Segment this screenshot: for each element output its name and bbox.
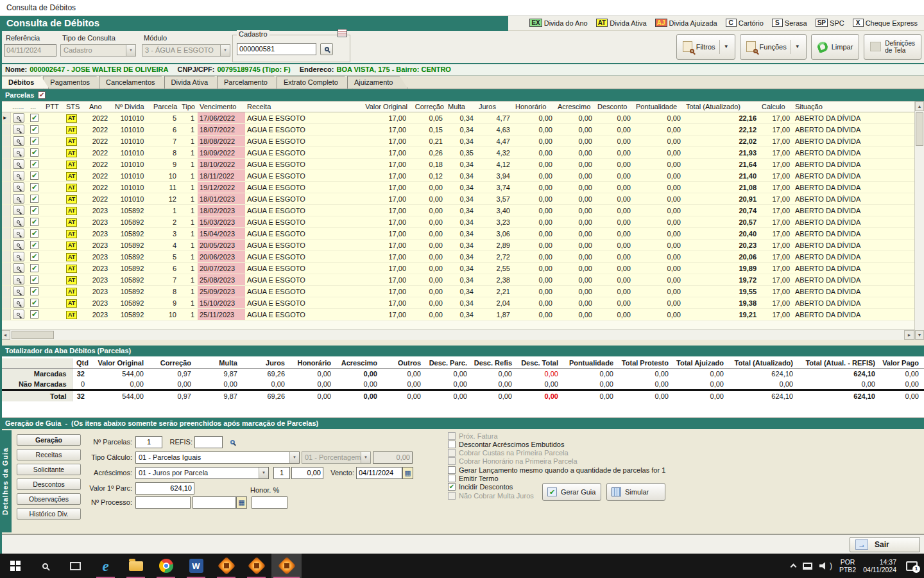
tipo-calculo-select[interactable]: 01 - Parcelas Iguais▼ <box>135 451 300 464</box>
parcelas-checkbox[interactable]: ✔ <box>38 91 46 99</box>
taskbar-chrome[interactable] <box>151 554 181 578</box>
taskbar-ie[interactable]: e <box>90 554 121 578</box>
geracao-button-hist-rico-div-[interactable]: Histórico Div. <box>17 508 81 520</box>
tab-cancelamentos[interactable]: Cancelamentos <box>99 76 169 89</box>
row-detail-button[interactable] <box>13 125 24 134</box>
taskbar-app-active[interactable] <box>271 554 302 578</box>
refis-search-button[interactable] <box>226 436 239 448</box>
processo-input-2[interactable] <box>193 496 236 509</box>
row-checkbox[interactable]: ✔ <box>30 148 38 157</box>
filtros-button[interactable]: Filtros ▼ <box>676 34 735 60</box>
row-checkbox[interactable]: ✔ <box>30 299 38 307</box>
acrescimos-num-input[interactable] <box>291 467 323 479</box>
refis-input[interactable] <box>194 436 223 448</box>
row-detail-button[interactable] <box>13 229 24 238</box>
checkbox[interactable] <box>448 466 456 474</box>
row-checkbox[interactable]: ✔ <box>30 114 38 122</box>
network-icon[interactable] <box>803 563 812 570</box>
row-detail-button[interactable] <box>13 136 24 146</box>
row-detail-button[interactable] <box>13 194 24 204</box>
row-checkbox[interactable]: ✔ <box>30 137 38 145</box>
checkbox[interactable] <box>448 492 456 500</box>
checkbox[interactable]: ✔ <box>448 483 456 491</box>
list-icon[interactable] <box>338 29 347 37</box>
row-detail-button[interactable] <box>13 252 24 261</box>
scroll-up-button[interactable]: ▲ <box>915 101 924 111</box>
referencia-input[interactable] <box>4 44 56 57</box>
row-detail-button[interactable] <box>13 171 24 180</box>
cadastro-input[interactable] <box>237 43 316 55</box>
tab-pagamentos[interactable]: Pagamentos <box>43 76 105 89</box>
checkbox[interactable] <box>448 441 456 448</box>
simular-button[interactable]: Simular <box>606 483 665 501</box>
sair-button[interactable]: → Sair <box>850 537 920 552</box>
row-detail-button[interactable] <box>13 263 24 273</box>
taskbar-search-button[interactable] <box>30 554 60 578</box>
geracao-button-gera-o[interactable]: Geração <box>17 434 81 446</box>
row-detail-button[interactable] <box>13 148 24 157</box>
row-checkbox[interactable]: ✔ <box>30 125 38 134</box>
cadastro-search-button[interactable] <box>320 43 333 55</box>
row-detail-button[interactable] <box>13 286 24 296</box>
horizontal-scrollbar[interactable]: ◄ ► <box>0 329 914 340</box>
valor-primeira-parcela-input[interactable] <box>135 482 194 495</box>
language-indicator[interactable]: PORPTB2 <box>839 558 856 574</box>
row-checkbox[interactable]: ✔ <box>30 195 38 203</box>
taskbar-app-2[interactable] <box>241 554 271 578</box>
row-checkbox[interactable]: ✔ <box>30 160 38 168</box>
row-detail-button[interactable] <box>13 159 24 169</box>
calendar-icon[interactable]: ▦ <box>402 467 413 479</box>
vertical-scroll-thumb[interactable] <box>916 112 923 146</box>
taskbar-app-1[interactable] <box>211 554 241 578</box>
tab-parcelamento[interactable]: Parcelamento <box>217 76 282 89</box>
row-checkbox[interactable]: ✔ <box>30 241 38 249</box>
row-checkbox[interactable]: ✔ <box>30 218 38 226</box>
geracao-button-receitas[interactable]: Receitas <box>17 449 81 460</box>
row-checkbox[interactable]: ✔ <box>30 229 38 238</box>
start-button[interactable] <box>0 554 30 578</box>
row-detail-button[interactable] <box>13 113 24 123</box>
taskbar-file-explorer[interactable] <box>121 554 151 578</box>
horizontal-scroll-thumb[interactable] <box>12 331 54 339</box>
acrescimos-n-input[interactable] <box>273 467 290 479</box>
checkbox[interactable] <box>448 457 456 465</box>
row-checkbox[interactable]: ✔ <box>30 171 38 180</box>
tab-extrato-completo[interactable]: Extrato Completo <box>277 76 353 89</box>
geracao-button-observa-es[interactable]: Observações <box>17 493 81 505</box>
calendar-icon[interactable]: ▦ <box>236 496 247 509</box>
definicoes-tela-button[interactable]: Definiçõesde Tela <box>864 34 921 60</box>
tray-expand-icon[interactable] <box>791 564 797 570</box>
checkbox[interactable] <box>448 475 456 482</box>
checkbox[interactable] <box>448 449 456 457</box>
row-checkbox[interactable]: ✔ <box>30 287 38 295</box>
row-checkbox[interactable]: ✔ <box>30 206 38 215</box>
limpar-button[interactable]: Limpar <box>811 34 860 60</box>
row-checkbox[interactable]: ✔ <box>30 276 38 284</box>
honor-input[interactable] <box>252 496 287 509</box>
tipo-consulta-select[interactable]: Cadastro▼ <box>60 44 136 57</box>
row-detail-button[interactable] <box>13 217 24 227</box>
n-parcelas-input[interactable] <box>135 436 162 448</box>
row-detail-button[interactable] <box>13 206 24 215</box>
checkbox[interactable] <box>448 432 456 440</box>
row-checkbox[interactable]: ✔ <box>30 183 38 191</box>
volume-icon[interactable] <box>819 562 828 570</box>
row-detail-button[interactable] <box>13 298 24 308</box>
taskbar-word[interactable]: W <box>181 554 211 578</box>
row-checkbox[interactable]: ✔ <box>30 264 38 272</box>
geracao-button-solicitante[interactable]: Solicitante <box>17 464 81 475</box>
clock[interactable]: 14:3704/11/2024 <box>863 558 896 574</box>
modulo-select[interactable]: 3 - ÁGUA E ESGOTO▼ <box>142 44 230 57</box>
tab-divida-ativa[interactable]: Divida Ativa <box>164 76 223 89</box>
task-view-button[interactable] <box>60 554 90 578</box>
row-detail-button[interactable] <box>13 182 24 192</box>
processo-input-1[interactable] <box>135 496 191 509</box>
row-detail-button[interactable] <box>13 310 24 319</box>
vertical-scrollbar[interactable]: ▲ ▼ <box>914 101 924 340</box>
tab-ajuizamento[interactable]: Ajuizamento <box>347 76 408 89</box>
tab-débitos[interactable]: Débitos <box>1 76 49 89</box>
notification-icon[interactable]: 1 <box>906 561 918 571</box>
gerar-guia-button[interactable]: ✔ Gerar Guia <box>542 483 601 501</box>
row-detail-button[interactable] <box>13 275 24 285</box>
row-detail-button[interactable] <box>13 240 24 250</box>
